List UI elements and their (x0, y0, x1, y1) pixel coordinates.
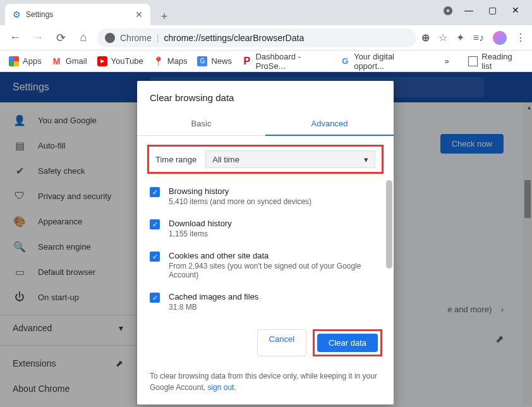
bookmark-news[interactable]: GNews (197, 56, 232, 66)
omnibox-label: Chrome (120, 33, 152, 43)
google-icon: G (341, 56, 350, 66)
checkbox[interactable]: ✓ (150, 252, 160, 262)
pinterest-icon: P (242, 56, 251, 66)
home-button[interactable]: ⌂ (75, 29, 92, 47)
check-browsing-history[interactable]: ✓ Browsing history5,410 items (and more … (150, 180, 381, 212)
close-icon[interactable]: ✕ (135, 9, 143, 20)
sign-out-link[interactable]: sign out (207, 383, 234, 392)
tab-title: Settings (26, 10, 53, 19)
chevron-down-icon: ▾ (364, 155, 368, 164)
time-range-label: Time range (155, 155, 196, 164)
gmail-icon: M (52, 56, 62, 66)
reading-list[interactable]: Reading list (468, 52, 523, 71)
bookmarks-overflow[interactable]: » (445, 56, 449, 66)
minimize-button[interactable]: — (464, 5, 473, 15)
chrome-icon (105, 33, 115, 43)
dialog-tabs: Basic Advanced (137, 112, 394, 136)
toolbar-right: ⊕ ☆ ✦ ≡♪ ⋮ (421, 31, 526, 45)
maximize-button[interactable]: ▢ (488, 5, 497, 15)
dialog-scroll-area: ✓ Browsing history5,410 items (and more … (137, 180, 394, 322)
reading-icon (468, 56, 478, 66)
bookmark-digital[interactable]: GYour digital opport... (341, 52, 425, 71)
search-icon[interactable]: ⊕ (421, 32, 430, 44)
youtube-icon: ▶ (97, 56, 107, 66)
dialog-footer: To clear browsing data from this device … (137, 364, 394, 404)
check-passwords[interactable]: Passwords and other sign-in data157 pass… (150, 318, 381, 322)
profile-avatar[interactable] (493, 31, 507, 45)
news-icon: G (197, 56, 207, 66)
browser-toolbar: ← → ⟳ ⌂ Chrome | chrome://settings/clear… (0, 25, 532, 51)
tab-basic[interactable]: Basic (137, 112, 265, 135)
clear-data-button[interactable]: Clear data (317, 334, 378, 352)
cancel-button[interactable]: Cancel (257, 329, 306, 356)
bookmark-apps[interactable]: Apps (9, 56, 42, 66)
check-cookies[interactable]: ✓ Cookies and other site dataFrom 2,943 … (150, 245, 381, 286)
playlist-icon[interactable]: ≡♪ (473, 32, 484, 44)
bookmarks-bar: Apps MGmail ▶YouTube 📍Maps GNews PDashbo… (0, 51, 532, 72)
caret-down-icon[interactable]: ▼ (444, 6, 452, 15)
omnibox-url: chrome://settings/clearBrowserData (164, 33, 304, 43)
check-download-history[interactable]: ✓ Download history1,155 items (150, 212, 381, 245)
close-window-button[interactable]: ✕ (512, 5, 519, 15)
reload-button[interactable]: ⟳ (52, 29, 70, 47)
address-bar[interactable]: Chrome | chrome://settings/clearBrowserD… (97, 28, 416, 47)
extensions-icon[interactable]: ✦ (456, 32, 464, 44)
time-range-row: Time range All time ▾ (147, 145, 384, 174)
bookmark-gmail[interactable]: MGmail (52, 56, 87, 66)
menu-icon[interactable]: ⋮ (516, 32, 526, 44)
checkbox[interactable]: ✓ (150, 293, 160, 303)
dialog-scrollbar-thumb[interactable] (386, 180, 392, 269)
apps-icon (9, 56, 19, 66)
checkbox[interactable]: ✓ (150, 187, 160, 197)
gear-icon: ⚙ (13, 9, 21, 20)
clear-data-dialog: Clear browsing data Basic Advanced Time … (137, 81, 394, 404)
back-button[interactable]: ← (6, 29, 24, 47)
window-controls: — ▢ ✕ (452, 0, 532, 20)
browser-tab[interactable]: ⚙ Settings ✕ (5, 4, 150, 25)
bookmark-dashboard[interactable]: PDashboard - ProSe... (242, 52, 330, 71)
dialog-title: Clear browsing data (137, 81, 394, 112)
time-range-value: All time (212, 155, 239, 164)
star-icon[interactable]: ☆ (438, 32, 447, 44)
bookmark-youtube[interactable]: ▶YouTube (97, 56, 143, 66)
dialog-buttons: Cancel Clear data (137, 322, 394, 364)
tab-advanced[interactable]: Advanced (265, 112, 394, 135)
separator: | (157, 33, 159, 43)
check-cache[interactable]: ✓ Cached images and files31.8 MB (150, 286, 381, 318)
clear-button-highlight: Clear data (313, 329, 382, 356)
new-tab-button[interactable]: + (155, 8, 173, 25)
bookmark-maps[interactable]: 📍Maps (154, 56, 188, 66)
time-range-dropdown[interactable]: All time ▾ (205, 150, 375, 168)
checkbox[interactable]: ✓ (150, 219, 160, 229)
forward-button[interactable]: → (29, 29, 47, 47)
maps-icon: 📍 (154, 56, 164, 66)
